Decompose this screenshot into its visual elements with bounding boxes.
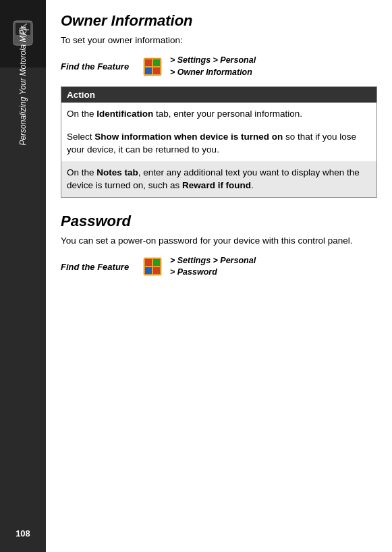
action-row-2: Select Show information when device is t… (61, 126, 377, 161)
svg-rect-8 (145, 59, 152, 66)
password-title: Password (61, 213, 377, 230)
svg-rect-11 (153, 67, 160, 74)
owner-information-section: Owner Information To set your owner info… (61, 12, 377, 198)
svg-rect-16 (153, 267, 160, 274)
password-find-feature-label: Find the Feature (61, 262, 135, 272)
sidebar-rotated-text: Personalizing Your Motorola MPx (18, 26, 28, 145)
windows-start-icon (143, 57, 162, 76)
main-content: Owner Information To set your owner info… (46, 0, 392, 552)
owner-find-feature-path: > Settings > Personal > Owner Informatio… (170, 55, 256, 78)
owner-information-intro: To set your owner information: (61, 35, 377, 45)
action-table: Action On the Identification tab, enter … (61, 86, 377, 198)
password-section: Password You can set a power-on password… (61, 213, 377, 279)
sidebar: Personalizing Your Motorola MPx 108 (0, 0, 46, 552)
svg-rect-15 (145, 267, 152, 274)
action-header: Action (61, 87, 377, 103)
windows-start-icon-2 (143, 257, 162, 276)
password-intro: You can set a power-on password for your… (61, 236, 377, 246)
action-row-3: On the Notes tab, enter any additional t… (61, 161, 377, 198)
owner-find-feature-row: Find the Feature > Settings > Personal >… (61, 55, 377, 78)
action-row-1: On the Identification tab, enter your pe… (61, 103, 377, 126)
svg-rect-9 (153, 59, 160, 66)
password-find-feature-row: Find the Feature > Settings > Personal >… (61, 255, 377, 279)
page-number: 108 (16, 528, 30, 552)
owner-information-title: Owner Information (61, 12, 377, 30)
svg-rect-14 (153, 259, 160, 266)
owner-find-feature-label: Find the Feature (61, 61, 135, 72)
svg-rect-10 (145, 67, 152, 74)
svg-rect-13 (145, 259, 152, 266)
password-find-feature-path: > Settings > Personal > Password (170, 255, 256, 279)
sidebar-rotated-label-area: Personalizing Your Motorola MPx (0, 67, 46, 104)
